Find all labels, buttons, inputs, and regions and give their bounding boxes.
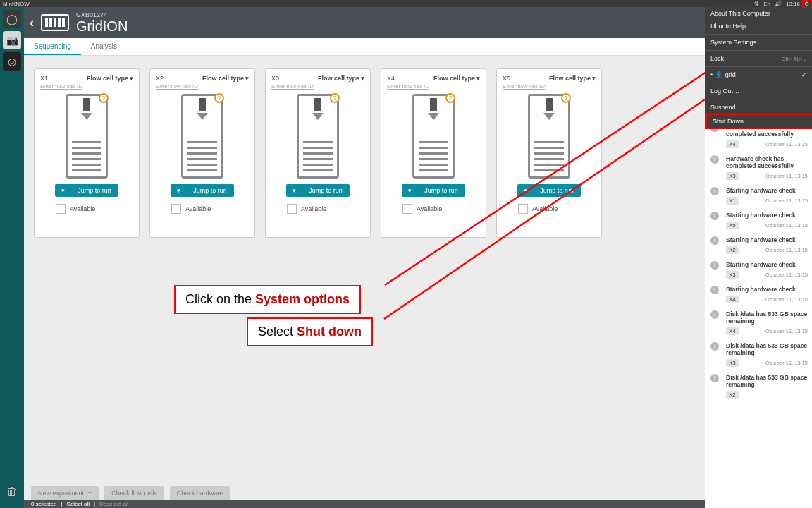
- flowcell-card[interactable]: X1 Flow cell type ▾ Enter flow cell ID ?…: [34, 68, 140, 238]
- flow-cell-type-dropdown[interactable]: Flow cell type ▾: [318, 75, 364, 82]
- info-icon: i: [710, 236, 719, 245]
- notification-position-badge: X4: [726, 327, 739, 335]
- flow-cell-type-dropdown[interactable]: Flow cell type ▾: [433, 75, 480, 82]
- help-icon[interactable]: ?: [214, 93, 224, 103]
- notification-position-badge: X4: [726, 140, 739, 148]
- back-button[interactable]: ‹: [30, 16, 34, 30]
- jump-to-run-button[interactable]: Jump to run: [302, 184, 350, 197]
- available-checkbox[interactable]: [287, 204, 297, 214]
- notification-item[interactable]: i Starting hardware check X4 October 11,…: [705, 282, 812, 306]
- flowcell-id-input[interactable]: Enter flow cell ID: [387, 83, 429, 90]
- flowcell-chip-graphic: ?: [412, 94, 455, 179]
- check-hardware-button[interactable]: Check hardware: [170, 486, 230, 500]
- jump-to-run-button[interactable]: Jump to run: [186, 184, 234, 197]
- divider: [705, 50, 812, 51]
- status-label: Available: [417, 205, 442, 212]
- new-experiment-button[interactable]: New experiment+: [31, 486, 99, 500]
- check-icon: ✔: [801, 72, 806, 78]
- jump-to-run-button[interactable]: Jump to run: [417, 184, 465, 197]
- flowcell-position: X5: [503, 75, 510, 82]
- notification-item[interactable]: i Starting hardware check X2 October 11,…: [705, 232, 812, 257]
- screenshot-icon[interactable]: 📷: [3, 31, 21, 49]
- select-all-link[interactable]: Select all: [67, 501, 90, 507]
- flowcell-id-input[interactable]: Enter flow cell ID: [40, 83, 82, 90]
- flowcell-id-input[interactable]: Enter flow cell ID: [503, 83, 545, 90]
- menu-help[interactable]: Ubuntu Help…: [705, 20, 812, 32]
- flowcell-card[interactable]: X4 Flow cell type ▾ Enter flow cell ID ?…: [381, 68, 486, 238]
- available-checkbox[interactable]: [56, 204, 66, 214]
- notification-item[interactable]: i Disk /data has 533 GB space remaining …: [705, 338, 812, 370]
- flowcell-card[interactable]: X3 Flow cell type ▾ Enter flow cell ID ?…: [265, 68, 371, 238]
- chevron-down-icon: ▾: [476, 75, 480, 82]
- jump-to-run-button[interactable]: Jump to run: [70, 184, 118, 197]
- info-icon: i: [710, 261, 719, 270]
- tab-analysis[interactable]: Analysis: [81, 38, 127, 55]
- status-label: Available: [185, 205, 211, 212]
- menu-settings[interactable]: System Settings…: [705, 36, 812, 49]
- flow-cell-type-dropdown[interactable]: Flow cell type ▾: [87, 75, 133, 82]
- notification-position-badge: X1: [726, 197, 739, 205]
- help-icon[interactable]: ?: [330, 93, 340, 103]
- jump-dropdown[interactable]: ▾: [286, 184, 302, 197]
- notification-message: Disk /data has 533 GB space remaining: [726, 374, 808, 388]
- flowcell-card[interactable]: X2 Flow cell type ▾ Enter flow cell ID ?…: [149, 68, 255, 238]
- notification-item[interactable]: i Starting hardware check X3 October 11,…: [705, 257, 812, 282]
- flowcell-id-input[interactable]: Enter flow cell ID: [271, 83, 314, 90]
- menu-logout[interactable]: Log Out…: [705, 85, 812, 97]
- help-icon[interactable]: ?: [561, 93, 571, 103]
- tab-sequencing[interactable]: Sequencing: [24, 38, 81, 55]
- lang-indicator[interactable]: En: [763, 1, 770, 7]
- check-flow-cells-button[interactable]: Check flow cells: [104, 486, 164, 500]
- notification-item[interactable]: i Disk /data has 533 GB space remaining …: [705, 370, 812, 401]
- flowcell-position: X4: [387, 75, 395, 82]
- network-icon[interactable]: ⇅: [754, 1, 759, 7]
- flow-cell-type-dropdown[interactable]: Flow cell type ▾: [549, 75, 596, 82]
- chevron-down-icon: ▾: [592, 75, 596, 82]
- jump-dropdown[interactable]: ▾: [171, 184, 186, 197]
- divider: [705, 99, 812, 99]
- jump-dropdown[interactable]: ▾: [402, 184, 417, 197]
- menu-about[interactable]: About This Computer: [705, 7, 812, 20]
- help-icon[interactable]: ?: [99, 93, 109, 103]
- flowcell-chip-graphic: ?: [66, 94, 108, 179]
- volume-icon[interactable]: 🔊: [775, 1, 782, 7]
- flowcell-position: X1: [40, 75, 48, 82]
- info-icon: i: [710, 187, 719, 195]
- notification-item[interactable]: i Starting hardware check X5 October 11,…: [705, 207, 812, 232]
- notification-item[interactable]: i Disk /data has 533 GB space remaining …: [705, 306, 812, 338]
- status-label: Available: [70, 205, 95, 212]
- chevron-down-icon: ▾: [361, 75, 364, 82]
- notification-item[interactable]: i Hardware check has completed successfu…: [705, 151, 812, 183]
- notification-position-badge: X3: [726, 271, 739, 279]
- available-checkbox[interactable]: [402, 204, 412, 214]
- flowcell-position: X3: [271, 75, 279, 82]
- menu-suspend[interactable]: Suspend: [705, 101, 812, 114]
- notification-item[interactable]: i Starting hardware check X1 October 11,…: [705, 183, 812, 207]
- plus-icon: +: [88, 490, 92, 497]
- ubuntu-dash-icon[interactable]: ◯: [3, 10, 21, 28]
- flowcell-id-input[interactable]: Enter flow cell ID: [156, 83, 198, 90]
- menu-lock[interactable]: LockCtrl+Alt+L: [705, 52, 812, 65]
- annotation-callout-1: Click on the System options: [174, 285, 361, 314]
- app-launcher-icon[interactable]: ◎: [3, 52, 21, 71]
- available-checkbox[interactable]: [518, 204, 528, 214]
- menu-user[interactable]: 👤grid✔: [705, 68, 812, 81]
- notification-message: Disk /data has 533 GB space remaining: [726, 342, 808, 356]
- trash-icon[interactable]: 🗑: [3, 483, 21, 501]
- flow-cell-type-dropdown[interactable]: Flow cell type ▾: [202, 75, 249, 82]
- jump-dropdown[interactable]: ▾: [55, 184, 70, 197]
- ubuntu-top-panel: MinKNOW ⇅ En 🔊 13:16 ⚙: [0, 0, 812, 7]
- user-icon: 👤: [710, 71, 722, 78]
- jump-dropdown[interactable]: ▾: [517, 184, 533, 197]
- clock[interactable]: 13:16: [786, 1, 800, 7]
- divider: [705, 83, 812, 83]
- notification-timestamp: October 11, 13:15: [765, 247, 808, 253]
- jump-to-run-button[interactable]: Jump to run: [533, 184, 581, 197]
- menu-shutdown[interactable]: Shut Down…: [705, 114, 812, 129]
- deselect-all-link[interactable]: Deselect all: [99, 501, 128, 507]
- help-icon[interactable]: ?: [445, 93, 455, 103]
- device-id: GXB01274: [76, 11, 128, 18]
- notification-timestamp: October 11, 13:15: [765, 328, 808, 334]
- flowcell-card[interactable]: X5 Flow cell type ▾ Enter flow cell ID ?…: [496, 68, 602, 238]
- available-checkbox[interactable]: [171, 204, 181, 214]
